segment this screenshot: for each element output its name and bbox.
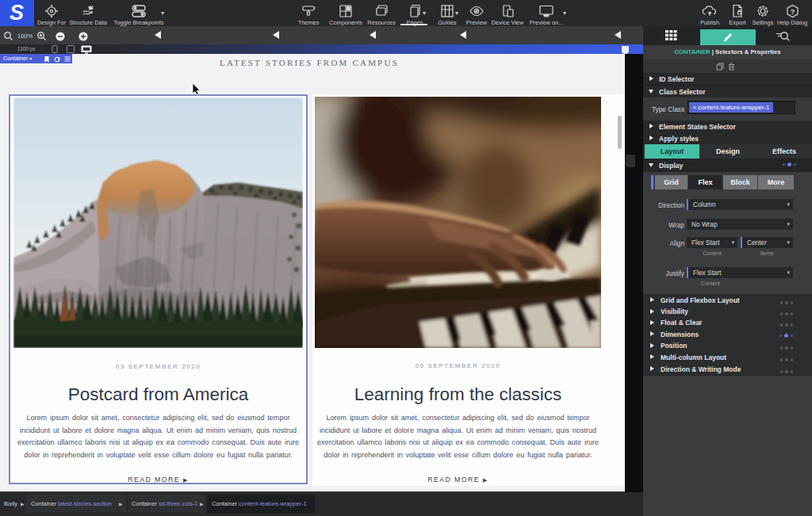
svg-text:S: S: [10, 1, 24, 25]
svg-text:?: ?: [790, 8, 795, 16]
